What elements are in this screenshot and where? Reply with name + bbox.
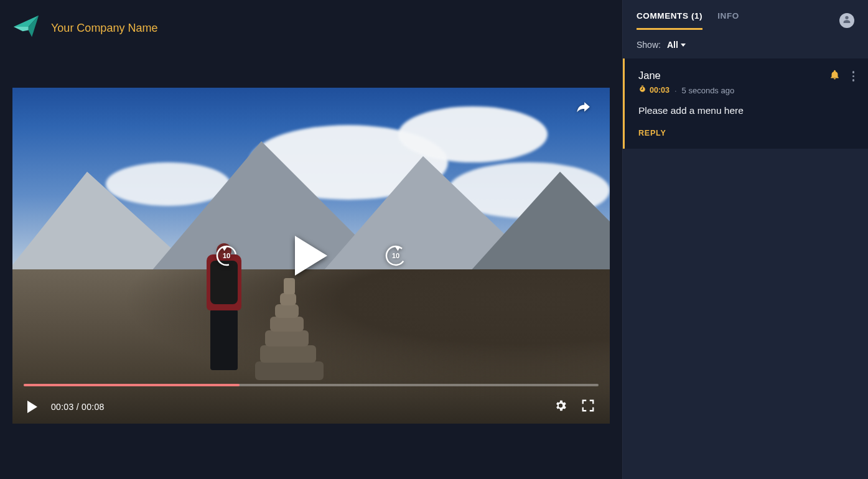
svg-text:10: 10 bbox=[392, 252, 399, 259]
video-progress-bar[interactable] bbox=[24, 384, 599, 386]
company-logo[interactable] bbox=[12, 14, 40, 42]
video-center-controls: 10 10 bbox=[214, 236, 408, 276]
filter-label: Show: bbox=[637, 40, 661, 50]
tab-info[interactable]: INFO bbox=[717, 11, 739, 30]
comment-timestamp-link[interactable]: 00:03 bbox=[638, 85, 670, 95]
comment-text: Please add a menu here bbox=[638, 104, 854, 118]
app-root: Your Company Name bbox=[0, 0, 868, 479]
svg-marker-4 bbox=[222, 244, 229, 251]
company-name: Your Company Name bbox=[51, 22, 157, 35]
stopwatch-icon bbox=[638, 85, 646, 95]
paper-plane-icon bbox=[12, 13, 40, 43]
share-button[interactable] bbox=[575, 100, 592, 118]
video-player: 10 10 bbox=[12, 88, 610, 424]
rock-cairn bbox=[255, 274, 330, 380]
comment-meta: 00:03 · 5 seconds ago bbox=[638, 85, 823, 95]
notify-button[interactable] bbox=[829, 70, 840, 83]
filter-value: All bbox=[667, 40, 678, 50]
fullscreen-icon bbox=[581, 399, 595, 415]
comments-filter: Show: All bbox=[623, 30, 868, 58]
forward-10-button[interactable]: 10 bbox=[383, 243, 408, 268]
bell-icon bbox=[829, 72, 840, 82]
main-area: Your Company Name bbox=[0, 0, 622, 479]
play-button-small[interactable] bbox=[27, 401, 37, 413]
comments-sidebar: COMMENTS (1) INFO Show: All Jane bbox=[622, 0, 868, 479]
video-time-display: 00:03 / 00:08 bbox=[51, 402, 105, 412]
svg-marker-7 bbox=[394, 244, 401, 251]
video-stage: 10 10 bbox=[0, 45, 622, 479]
tab-comments[interactable]: COMMENTS (1) bbox=[637, 11, 702, 30]
video-progress-fill bbox=[24, 384, 240, 386]
chevron-down-icon bbox=[681, 44, 686, 47]
settings-button[interactable] bbox=[554, 400, 567, 414]
share-icon bbox=[575, 108, 591, 118]
svg-text:10: 10 bbox=[223, 252, 230, 259]
comment-author: Jane bbox=[638, 70, 823, 81]
gear-icon bbox=[554, 399, 567, 415]
comment-card[interactable]: Jane 00:03 · 5 seconds ago bbox=[623, 58, 868, 149]
svg-marker-2 bbox=[14, 27, 29, 31]
comment-timestamp: 00:03 bbox=[650, 86, 670, 95]
comment-age: 5 seconds ago bbox=[682, 86, 735, 95]
filter-dropdown[interactable]: All bbox=[667, 40, 686, 50]
rewind-10-button[interactable]: 10 bbox=[214, 243, 239, 268]
reply-button[interactable]: REPLY bbox=[638, 129, 854, 137]
video-controls-bar: 00:03 / 00:08 bbox=[12, 390, 610, 424]
forward-10-icon: 10 bbox=[383, 242, 408, 269]
fullscreen-button[interactable] bbox=[581, 400, 595, 414]
meta-separator: · bbox=[674, 86, 677, 95]
rewind-10-icon: 10 bbox=[214, 242, 239, 269]
comment-menu-button[interactable] bbox=[852, 71, 855, 81]
sidebar-tabs: COMMENTS (1) INFO bbox=[623, 0, 868, 30]
app-header: Your Company Name bbox=[0, 0, 622, 45]
play-button-large[interactable] bbox=[295, 236, 327, 276]
person-icon bbox=[842, 14, 852, 27]
user-avatar[interactable] bbox=[839, 13, 854, 28]
